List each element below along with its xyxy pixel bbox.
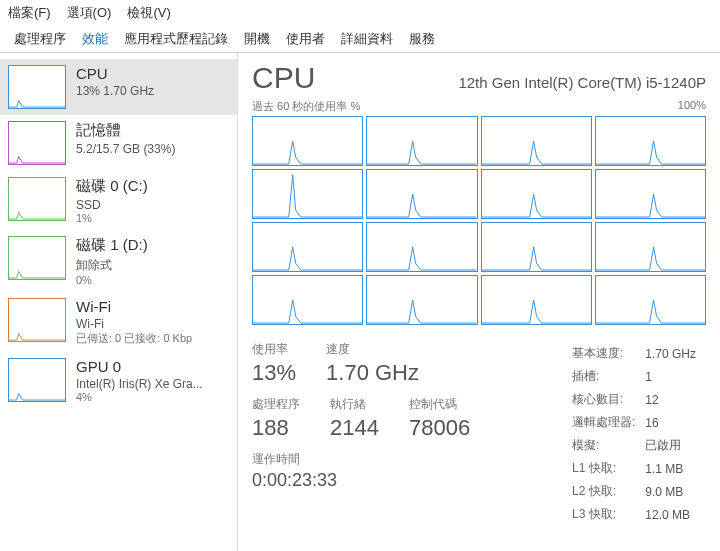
detail-row: 核心數目:12 — [572, 389, 704, 410]
stat-processes: 處理程序 188 — [252, 396, 300, 441]
tab-服務[interactable]: 服務 — [401, 26, 443, 52]
tab-效能[interactable]: 效能 — [74, 26, 116, 52]
core-graph-15 — [595, 275, 706, 325]
core-graph-13 — [366, 275, 477, 325]
sidebar-sub: 卸除式 — [76, 257, 148, 274]
menu-item[interactable]: 檢視(V) — [127, 4, 170, 22]
sidebar: CPU13% 1.70 GHz記憶體5.2/15.7 GB (33%)磁碟 0 … — [0, 53, 238, 551]
sidebar-item-3[interactable]: 磁碟 1 (D:)卸除式0% — [0, 230, 237, 292]
graph-label-left: 過去 60 秒的使用率 % — [252, 99, 360, 114]
detail-row: L1 快取:1.1 MB — [572, 458, 704, 479]
cpu-core-grid[interactable] — [252, 116, 706, 325]
tab-詳細資料[interactable]: 詳細資料 — [333, 26, 401, 52]
menu-item[interactable]: 選項(O) — [67, 4, 112, 22]
sidebar-item-2[interactable]: 磁碟 0 (C:)SSD1% — [0, 171, 237, 230]
core-graph-14 — [481, 275, 592, 325]
stat-threads: 執行緒 2144 — [330, 396, 379, 441]
sidebar-title: 磁碟 1 (D:) — [76, 236, 148, 255]
sidebar-title: CPU — [76, 65, 154, 82]
core-graph-9 — [366, 222, 477, 272]
detail-row: 邏輯處理器:16 — [572, 412, 704, 433]
sidebar-title: 記憶體 — [76, 121, 175, 140]
tab-處理程序[interactable]: 處理程序 — [6, 26, 74, 52]
sidebar-item-0[interactable]: CPU13% 1.70 GHz — [0, 59, 237, 115]
core-graph-0 — [252, 116, 363, 166]
detail-row: 基本速度:1.70 GHz — [572, 343, 704, 364]
stat-speed: 速度 1.70 GHz — [326, 341, 419, 386]
sidebar-sub2: 0% — [76, 274, 148, 286]
sidebar-sub: Wi-Fi — [76, 317, 192, 331]
tab-應用程式歷程記錄[interactable]: 應用程式歷程記錄 — [116, 26, 236, 52]
cpu-details-table: 基本速度:1.70 GHz插槽:1核心數目:12邏輯處理器:16模擬:已啟用L1… — [570, 341, 706, 527]
thumbnail-graph — [8, 298, 66, 342]
stat-usage: 使用率 13% — [252, 341, 296, 386]
cpu-detail-pane: CPU 12th Gen Intel(R) Core(TM) i5-1240P … — [238, 53, 720, 551]
core-graph-2 — [481, 116, 592, 166]
sidebar-sub: Intel(R) Iris(R) Xe Gra... — [76, 377, 203, 391]
sidebar-item-1[interactable]: 記憶體5.2/15.7 GB (33%) — [0, 115, 237, 171]
core-graph-8 — [252, 222, 363, 272]
sidebar-sub2: 1% — [76, 212, 148, 224]
detail-row: L3 快取:12.0 MB — [572, 504, 704, 525]
menu-item[interactable]: 檔案(F) — [8, 4, 51, 22]
sidebar-sub: 5.2/15.7 GB (33%) — [76, 142, 175, 156]
sidebar-sub2: 4% — [76, 391, 203, 403]
thumbnail-graph — [8, 121, 66, 165]
cpu-model: 12th Gen Intel(R) Core(TM) i5-1240P — [458, 74, 706, 91]
stat-uptime: 運作時間 0:00:23:33 — [252, 451, 530, 491]
core-graph-4 — [252, 169, 363, 219]
core-graph-10 — [481, 222, 592, 272]
tab-使用者[interactable]: 使用者 — [278, 26, 333, 52]
sidebar-sub: SSD — [76, 198, 148, 212]
core-graph-5 — [366, 169, 477, 219]
sidebar-sub2: 已傳送: 0 已接收: 0 Kbp — [76, 331, 192, 346]
core-graph-7 — [595, 169, 706, 219]
stat-handles: 控制代碼 78006 — [409, 396, 470, 441]
detail-row: L2 快取:9.0 MB — [572, 481, 704, 502]
detail-row: 模擬:已啟用 — [572, 435, 704, 456]
core-graph-11 — [595, 222, 706, 272]
detail-row: 插槽:1 — [572, 366, 704, 387]
tab-開機[interactable]: 開機 — [236, 26, 278, 52]
core-graph-3 — [595, 116, 706, 166]
core-graph-1 — [366, 116, 477, 166]
thumbnail-graph — [8, 65, 66, 109]
core-graph-6 — [481, 169, 592, 219]
sidebar-item-5[interactable]: GPU 0Intel(R) Iris(R) Xe Gra...4% — [0, 352, 237, 409]
sidebar-item-4[interactable]: Wi-FiWi-Fi已傳送: 0 已接收: 0 Kbp — [0, 292, 237, 352]
sidebar-title: GPU 0 — [76, 358, 203, 375]
thumbnail-graph — [8, 358, 66, 402]
thumbnail-graph — [8, 177, 66, 221]
sidebar-title: Wi-Fi — [76, 298, 192, 315]
core-graph-12 — [252, 275, 363, 325]
menubar: 檔案(F)選項(O)檢視(V) — [0, 0, 720, 26]
page-title: CPU — [252, 61, 315, 95]
tabs: 處理程序效能應用程式歷程記錄開機使用者詳細資料服務 — [0, 26, 720, 53]
graph-label-right: 100% — [678, 99, 706, 114]
sidebar-sub: 13% 1.70 GHz — [76, 84, 154, 98]
thumbnail-graph — [8, 236, 66, 280]
sidebar-title: 磁碟 0 (C:) — [76, 177, 148, 196]
